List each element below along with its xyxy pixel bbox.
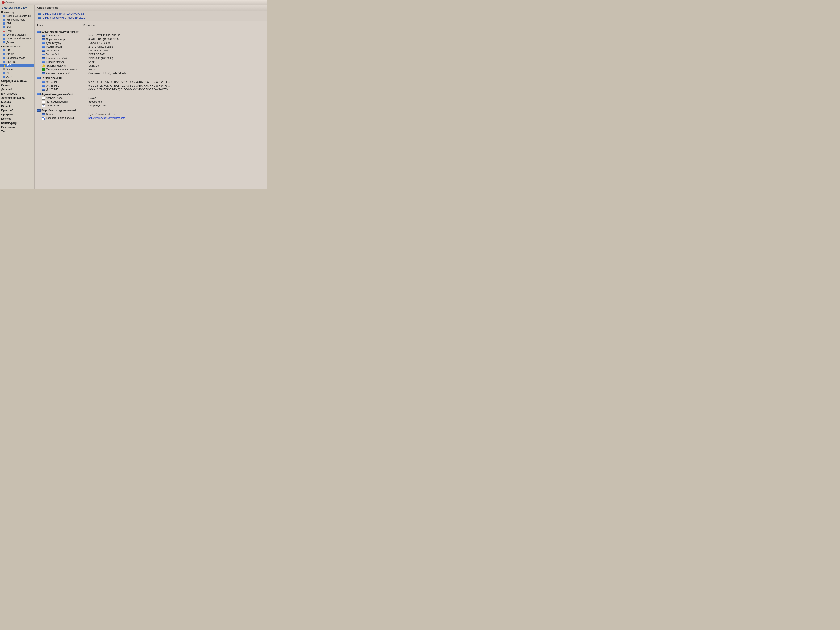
field-error-detection: Метод виявлення помилок [42,68,88,71]
section-manufacturer: Виробник модуля пам'яті [37,107,264,112]
row-timing-400: @ 400 МГЦ 6-6-6-18 (CL-RCD-RP-RAS) / 24-… [37,80,264,84]
dimm3-label: DIMM3: GoodRAM GR800D264L6/2G [43,16,85,19]
row-memory-speed: Швидкість пам'яті DDR2-800 (400 МГЦ) [37,56,264,60]
svg-rect-15 [3,72,5,74]
row-timing-333: @ 333 МГЦ 5-5-5-15 (CL-RCD-RP-RAS) / 20-… [37,84,264,88]
svg-rect-14 [3,68,5,70]
module-name-field-icon [42,35,45,36]
module-size-field-icon [42,46,45,48]
field-timing-333: @ 333 МГЦ [42,84,88,87]
value-refresh-rate: Скорочено (7.8 us), Self-Refresh [88,72,264,75]
sidebar-item-spd[interactable]: SPD [0,64,35,68]
value-module-width: 64 bit [88,60,264,63]
sidebar-item-memory[interactable]: Пам'ять [0,60,35,64]
field-company: Фірма [42,113,88,116]
svg-rect-5 [3,34,5,36]
memory-type-field-icon [42,54,45,55]
overclock-icon [3,30,5,33]
timing333-field-icon [42,85,45,87]
mb-icon [3,57,5,59]
sidebar-item-chipset[interactable]: Чіпсет [0,68,35,71]
sidebar-section-motherboard: Системна плата [0,44,35,49]
product-info-icon [42,117,45,120]
fet-switch-checkbox [42,101,45,103]
spd-icon [3,64,5,67]
app-container: Обране EVEREST v5.50.2100 Комп'ютер Сума… [0,0,267,189]
field-module-type: Тип модуля [42,49,88,52]
value-fet-switch: Заборонено [88,100,264,103]
sidebar-item-motherboard[interactable]: Системна плата [0,56,35,60]
product-info-link[interactable]: http://www.hynix.com/gl/products [88,117,125,120]
value-memory-speed: DDR2-800 (400 МГЦ) [88,57,264,60]
content-area: Опис пристрою DIMM1: Hynix HYMP125U64CP8… [35,5,267,189]
error-detection-icon [42,68,45,71]
sidebar-section-network: Мережа [0,100,35,104]
breadcrumb-label: Обране [5,1,14,3]
sidebar-section-database: База даних [0,125,35,129]
row-analysis-probe: Analysis Probe Немає [37,96,264,100]
app-logo-icon [2,1,5,4]
row-refresh-rate: Частота регенерації Скорочено (7.8 us), … [37,71,264,75]
sidebar-item-power[interactable]: Електроживлення [0,33,35,37]
value-column-header: Значення [84,24,264,27]
value-module-size: 2 Гб (2 ranks, 8 banks) [88,45,264,48]
voltage-warning-icon: ! [42,64,46,67]
device-tab-dimm3[interactable]: DIMM3: GoodRAM GR800D264L6/2G [37,16,264,19]
svg-rect-10 [3,57,5,59]
main-layout: EVEREST v5.50.2100 Комп'ютер Сумарна інф… [0,5,267,189]
row-weak-driver: ✓ Weak Driver Підтримується [37,104,264,107]
sidebar-item-cpuid[interactable]: CPUID [0,52,35,56]
sidebar-item-laptop[interactable]: Портативний комп'ют [0,37,35,41]
value-module-name: Hynix HYMP125U64CP8-S6 [88,34,264,37]
value-timing-333: 5-5-5-15 (CL-RCD-RP-RAS) / 20-43-3-5-3-3… [88,84,264,87]
field-column-header: Поле [37,24,84,27]
svg-rect-0 [3,15,5,17]
value-timing-400: 6-6-6-18 (CL-RCD-RP-RAS) / 24-51-3-6-3-3… [88,81,264,84]
sidebar-item-summary[interactable]: Сумарна інформація [0,14,35,18]
value-weak-driver: Підтримується [88,104,264,107]
sidebar-item-dmi[interactable]: DMI [0,22,35,25]
row-module-width: Ширина модуля 64 bit [37,60,264,64]
module-width-field-icon [42,61,45,63]
sidebar-section-config: Конфігурації [0,121,35,125]
device-tabs: DIMM1: Hynix HYMP125U64CP8-S6 DIMM3: Goo… [35,11,267,21]
timing-icon [37,77,41,79]
svg-rect-13 [4,65,5,66]
content-header: Опис пристрою [35,5,267,11]
field-voltage: ! Вольтаж модуля [42,64,88,67]
dmi-icon [3,22,5,25]
sidebar-section-display: Дисплей [0,87,35,92]
sidebar-item-cpu[interactable]: ЦП [0,49,35,52]
svg-marker-4 [3,30,5,32]
sidebar-item-overclock[interactable]: Розгін [0,29,35,33]
company-icon [42,114,45,115]
row-module-type: Тип модуля Unbuffered DIMM [37,49,264,52]
section-timing: Таймінг пам'яті [37,75,264,80]
sidebar-item-bios[interactable]: BIOS [0,71,35,75]
sidebar-section-devices: Пристрої [0,108,35,112]
svg-rect-9 [3,53,5,55]
sidebar-section-security: Безпека [0,117,35,121]
dimm1-label: DIMM1: Hynix HYMP125U64CP8-S6 [43,13,84,15]
svg-rect-8 [3,49,5,51]
functions-title: Функції модуля пам'яті [41,93,73,96]
field-memory-type: Тип пам'яті [42,53,88,56]
functions-icon [37,93,41,95]
sidebar-section-storage: Збереження даних [0,96,35,100]
module-type-field-icon [42,50,45,52]
sidebar-item-computer-name[interactable]: Ім'я комп'ютера [0,18,35,22]
analysis-probe-checkbox [42,97,45,99]
sidebar-item-ipmi[interactable]: IPMI [0,25,35,29]
memory-icon [3,60,5,63]
value-product-info[interactable]: http://www.hynix.com/gl/products [88,117,264,120]
device-tab-dimm1[interactable]: DIMM1: Hynix HYMP125U64CP8-S6 [37,12,264,16]
svg-rect-3 [3,26,5,28]
computer-name-icon [3,18,5,21]
sidebar-item-acpi[interactable]: ACPI [0,75,35,79]
row-serial: Серійний номер 0F41ED4Ch (1290617103) [37,37,264,41]
sidebar: EVEREST v5.50.2100 Комп'ютер Сумарна інф… [0,5,35,189]
weak-driver-checkbox: ✓ [42,104,45,107]
sidebar-item-sensor[interactable]: Датчик [0,41,35,44]
chipset-icon [3,68,5,71]
timing266-field-icon [42,88,45,90]
